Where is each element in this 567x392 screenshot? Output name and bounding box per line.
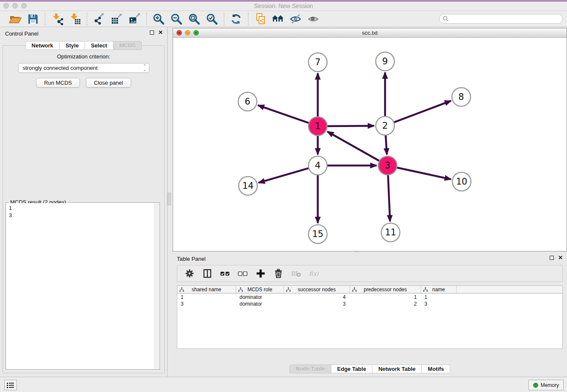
- edge-1-2[interactable]: [327, 126, 374, 126]
- control-panel-header: Control Panel ✕: [0, 27, 167, 40]
- criterion-dropdown[interactable]: strongly connected component ⌃⌄: [18, 63, 149, 73]
- table-cell: 1: [177, 294, 236, 301]
- export-table-icon[interactable]: [110, 12, 124, 26]
- graph-node-3[interactable]: 3: [378, 156, 397, 175]
- search-icon: [443, 16, 449, 24]
- edge-2-3[interactable]: [385, 135, 387, 155]
- titlebar-accent: [0, 0, 567, 2]
- control-panel: Control Panel ✕ NetworkStyleSelectMCDS O…: [0, 27, 168, 377]
- close-panel-icon[interactable]: ✕: [158, 30, 163, 35]
- status-bar: Memory: [0, 377, 567, 392]
- float-panel-icon[interactable]: [150, 30, 154, 35]
- table-cell: 4: [284, 294, 350, 301]
- tab-network[interactable]: Network: [25, 41, 60, 50]
- svg-text:15: 15: [312, 229, 324, 239]
- edge-3-11[interactable]: [388, 175, 390, 221]
- show-columns-icon[interactable]: [202, 268, 213, 279]
- graph-node-11[interactable]: 11: [381, 223, 400, 242]
- graph-node-6[interactable]: 6: [238, 92, 257, 111]
- criterion-dropdown-value: strongly connected component: [23, 65, 98, 71]
- select-all-columns-icon[interactable]: [220, 268, 231, 279]
- refresh-icon[interactable]: [229, 12, 243, 26]
- column-type-icon: [423, 287, 428, 292]
- table-cell: dominator: [236, 294, 284, 301]
- float-table-panel-icon[interactable]: [550, 256, 554, 260]
- mcds-result-text[interactable]: 1 3: [6, 203, 154, 369]
- column-header-successor-nodes[interactable]: successor nodes: [284, 286, 350, 293]
- tab-motifs[interactable]: Motifs: [422, 364, 450, 373]
- graph-node-7[interactable]: 7: [308, 53, 327, 72]
- tab-select[interactable]: Select: [85, 41, 113, 50]
- network-window-titlebar[interactable]: ✕ − + scc.txt: [173, 28, 567, 38]
- main-toolbar: [0, 11, 567, 27]
- import-table-icon[interactable]: [68, 12, 82, 26]
- zoom-selected-icon[interactable]: [205, 12, 219, 26]
- tab-edge-table[interactable]: Edge Table: [331, 364, 372, 373]
- svg-text:3: 3: [385, 160, 390, 171]
- table-row[interactable]: 1dominator411: [177, 294, 562, 301]
- home-view-icon[interactable]: [271, 12, 285, 26]
- graph-node-10[interactable]: 10: [452, 172, 471, 191]
- edge-3-1[interactable]: [328, 132, 380, 161]
- edge-3-10[interactable]: [397, 168, 451, 179]
- import-network-icon[interactable]: [50, 12, 64, 26]
- zoom-in-icon[interactable]: [152, 12, 165, 26]
- column-header-MCDS-role[interactable]: MCDS role: [236, 286, 284, 293]
- hide-selected-icon[interactable]: [289, 12, 303, 26]
- column-header-shared-name[interactable]: shared name: [177, 286, 236, 293]
- search-input[interactable]: [439, 14, 563, 24]
- column-type-icon: [286, 287, 291, 292]
- edge-1-6[interactable]: [258, 105, 309, 123]
- table-settings-icon[interactable]: [184, 268, 195, 279]
- table-row[interactable]: 3dominator323: [177, 301, 562, 307]
- tab-network-table[interactable]: Network Table: [372, 364, 422, 373]
- column-type-icon: [352, 287, 357, 292]
- list-icon: [7, 382, 14, 389]
- column-header-name[interactable]: name: [421, 286, 457, 293]
- export-image-icon[interactable]: [128, 12, 141, 26]
- network-snapshot-icon[interactable]: [253, 12, 267, 26]
- graph-node-1[interactable]: 1: [308, 117, 327, 135]
- svg-text:8: 8: [458, 92, 464, 102]
- network-canvas[interactable]: 7968124314101511: [173, 38, 567, 251]
- memory-label: Memory: [541, 382, 559, 388]
- table-header-row: shared nameMCDS rolesuccessor nodesprede…: [177, 286, 562, 294]
- zoom-out-icon[interactable]: [170, 12, 183, 26]
- tab-node-table[interactable]: Node Table: [289, 364, 331, 373]
- tab-mcds[interactable]: MCDS: [113, 41, 142, 50]
- graph-node-4[interactable]: 4: [308, 156, 327, 175]
- result-scrollbar[interactable]: [154, 203, 159, 369]
- edge-2-8[interactable]: [394, 101, 451, 122]
- table-cell: 3: [284, 301, 350, 307]
- graph-node-2[interactable]: 2: [376, 116, 394, 135]
- search-field[interactable]: [439, 14, 563, 24]
- memory-button[interactable]: Memory: [528, 380, 564, 390]
- vertical-splitter-grip[interactable]: [168, 193, 171, 205]
- run-mcds-button[interactable]: Run MCDS: [36, 78, 80, 88]
- graph-node-15[interactable]: 15: [308, 225, 327, 243]
- open-session-icon[interactable]: [8, 12, 22, 26]
- delete-column-icon[interactable]: [273, 268, 284, 279]
- graph-node-14[interactable]: 14: [239, 177, 257, 195]
- show-all-icon[interactable]: [307, 12, 320, 26]
- close-panel-button[interactable]: Close panel: [86, 78, 131, 88]
- tab-style[interactable]: Style: [60, 41, 85, 50]
- column-type-icon: [179, 287, 184, 292]
- network-view-window: ✕ − + scc.txt 7968124314101511: [173, 28, 567, 251]
- graph-node-9[interactable]: 9: [376, 52, 394, 71]
- mcds-result-box: MCDS result (2 nodes) 1 3: [6, 202, 160, 370]
- svg-text:f(x): f(x): [309, 271, 319, 277]
- export-network-icon[interactable]: [92, 12, 106, 26]
- table-cell: 1: [421, 294, 457, 301]
- edge-4-14[interactable]: [259, 168, 309, 183]
- zoom-fit-icon[interactable]: [187, 12, 201, 26]
- unselect-all-columns-icon[interactable]: [237, 268, 248, 279]
- add-column-icon[interactable]: [255, 268, 266, 279]
- column-header-predecessor-nodes[interactable]: predecessor nodes: [350, 286, 421, 293]
- task-history-button[interactable]: [4, 380, 17, 390]
- close-table-panel-icon[interactable]: ✕: [558, 256, 563, 260]
- svg-text:9: 9: [382, 56, 388, 66]
- table-panel-title: Table Panel: [177, 256, 206, 262]
- graph-node-8[interactable]: 8: [452, 88, 471, 106]
- save-session-icon[interactable]: [26, 12, 40, 26]
